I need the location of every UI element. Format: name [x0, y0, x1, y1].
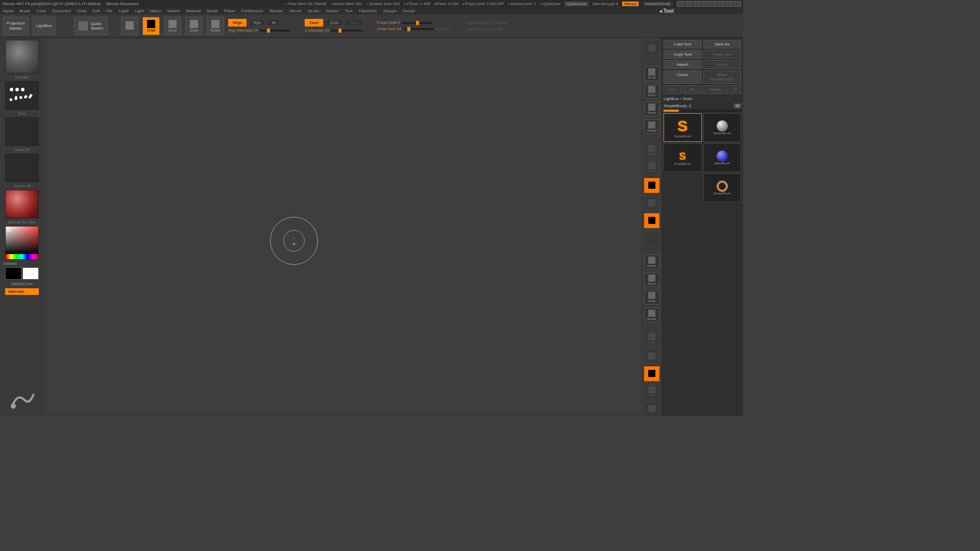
polyf-button[interactable]: PolyF — [644, 331, 659, 346]
scale-nav-button[interactable]: Scale — [644, 290, 659, 305]
persp-button[interactable]: Persp — [644, 143, 659, 158]
actual-button[interactable]: Actual — [644, 102, 659, 116]
menu-draw[interactable]: Draw — [77, 9, 87, 13]
window-maximize[interactable] — [726, 1, 733, 7]
scale-mode-button[interactable]: Scale — [185, 17, 203, 35]
goz-button[interactable]: GoZ — [664, 85, 681, 94]
goz-r-button[interactable]: R — [730, 85, 741, 94]
secondary-color-swatch[interactable] — [5, 267, 21, 280]
rotate-mode-button[interactable]: Rotate — [207, 17, 224, 35]
draw-size-track[interactable] — [403, 28, 434, 30]
projection-master-button[interactable]: Projection Master — [3, 17, 29, 35]
color-marker[interactable] — [8, 229, 11, 232]
menu-picker[interactable]: Picker — [224, 9, 235, 13]
lsym-button[interactable] — [644, 213, 659, 228]
tool-simplebrush[interactable]: S SimpleBrush — [664, 113, 702, 142]
zadd-button[interactable]: Zadd — [305, 19, 323, 27]
aahalf-button[interactable]: AAHalf — [644, 119, 659, 134]
menu-light[interactable]: Light — [135, 9, 143, 13]
z-intensity-track[interactable] — [331, 30, 362, 32]
mrgb-button[interactable]: Mrgb — [228, 19, 247, 27]
menu-file[interactable]: File — [106, 9, 112, 13]
menu-transform[interactable]: Transform — [358, 9, 377, 13]
menu-tool[interactable]: Tool — [345, 9, 353, 13]
switch-color-button[interactable]: SwitchColor — [11, 282, 33, 286]
focal-shift-slider[interactable]: Focal Shift 0 — [377, 20, 400, 25]
menu-zscript[interactable]: Zscript — [403, 9, 415, 13]
quicksave-button[interactable]: QuickSave — [565, 2, 589, 6]
window-btn-4[interactable] — [701, 1, 708, 7]
local-button[interactable] — [644, 178, 659, 193]
gradient-toggle[interactable]: Gradient — [2, 262, 17, 265]
window-btn-2[interactable] — [685, 1, 692, 7]
menu-texture[interactable]: Texture — [325, 9, 338, 13]
hue-bar[interactable] — [6, 254, 38, 259]
frame-button[interactable]: Frame — [644, 255, 659, 269]
color-picker[interactable] — [5, 226, 39, 260]
save-as-button[interactable]: Save As — [703, 40, 742, 48]
menu-stencil[interactable]: Stencil — [289, 9, 301, 13]
rgb-button[interactable]: Rgb — [249, 19, 265, 27]
quick-sketch-button[interactable]: Quick Sketch — [74, 17, 108, 35]
brush-thumbnail[interactable] — [5, 40, 39, 73]
move-nav-button[interactable]: Move — [644, 272, 659, 287]
menus-button[interactable]: Menus — [622, 2, 639, 6]
ghost-button[interactable] — [644, 366, 659, 381]
primary-color-swatch[interactable] — [22, 267, 39, 280]
copy-tool-button[interactable]: Copy Tool — [664, 50, 702, 59]
draw-mode-button[interactable]: Draw — [142, 17, 160, 35]
menu-zplugin[interactable]: Zplugin — [383, 9, 396, 13]
zsub-button[interactable]: Zsub — [325, 19, 344, 27]
floor-button[interactable]: Floor — [644, 161, 659, 176]
lightbox-tools-header[interactable]: Lightbox › Tools — [664, 95, 741, 102]
viewport[interactable] — [45, 39, 641, 414]
bpr-button[interactable] — [644, 41, 659, 56]
zcut-button[interactable]: Zcut — [346, 19, 363, 27]
texture-thumbnail[interactable] — [5, 154, 39, 182]
edit-mode-button[interactable] — [121, 17, 138, 35]
tool-spherebrush[interactable]: SphereBrush — [703, 113, 742, 142]
alpha-thumbnail[interactable] — [5, 117, 39, 146]
goz-visible-button[interactable]: Visible — [702, 85, 728, 94]
menu-marker[interactable]: Marker — [167, 9, 180, 13]
window-btn-3[interactable] — [693, 1, 700, 7]
paste-tool-button[interactable]: Paste Tool — [703, 50, 742, 59]
focal-shift-track[interactable] — [402, 22, 432, 24]
tool-simplebrush2[interactable]: S SimpleBrush — [664, 143, 702, 172]
menu-render[interactable]: Render — [270, 9, 283, 13]
rgb-intensity-track[interactable] — [260, 30, 290, 32]
make-polymesh-button[interactable]: Make PolyMesh3D — [703, 70, 742, 84]
goz-all-button[interactable]: All — [683, 85, 701, 94]
menu-stroke[interactable]: Stroke — [307, 9, 319, 13]
default-zscript[interactable]: DefaultZScript — [643, 2, 673, 6]
xpose-button[interactable] — [644, 402, 659, 416]
menu-color[interactable]: Color — [36, 9, 46, 13]
m-button[interactable]: M — [267, 19, 280, 27]
lightbox-button[interactable]: LightBox — [33, 17, 56, 35]
xyz-button[interactable] — [644, 231, 659, 246]
lconst-button[interactable] — [644, 196, 659, 211]
menu-brush[interactable]: Brush — [19, 9, 30, 13]
solo-button[interactable]: Solo — [644, 384, 659, 399]
window-close[interactable] — [734, 1, 741, 7]
menu-movie[interactable]: Movie — [207, 9, 217, 13]
menu-alpha[interactable]: Alpha — [3, 9, 13, 13]
menu-document[interactable]: Document — [53, 9, 71, 13]
menu-layer[interactable]: Layer — [118, 9, 129, 13]
menu-material[interactable]: Material — [186, 9, 201, 13]
seethrough-slider[interactable]: See-through 0 — [593, 2, 619, 6]
menu-macro[interactable]: Macro — [150, 9, 161, 13]
material-thumbnail[interactable] — [5, 190, 39, 218]
window-btn-1[interactable] — [677, 1, 684, 7]
import-button[interactable]: Import — [664, 60, 702, 69]
stroke-thumbnail[interactable] — [5, 81, 39, 110]
draw-size-slider[interactable]: Draw Size 64 — [377, 27, 402, 31]
menu-preferences[interactable]: Preferences — [241, 9, 263, 13]
scroll-button[interactable]: Scroll — [644, 66, 659, 81]
window-minimize[interactable] — [718, 1, 725, 7]
dynamic-label[interactable]: Dynamic — [436, 27, 452, 31]
tool-slider[interactable] — [664, 110, 741, 112]
zoom-button[interactable]: Zoom — [644, 84, 659, 99]
rgb-intensity-slider[interactable]: Rgb Intensity 25 — [228, 28, 258, 33]
move-mode-button[interactable]: Move — [164, 17, 181, 35]
